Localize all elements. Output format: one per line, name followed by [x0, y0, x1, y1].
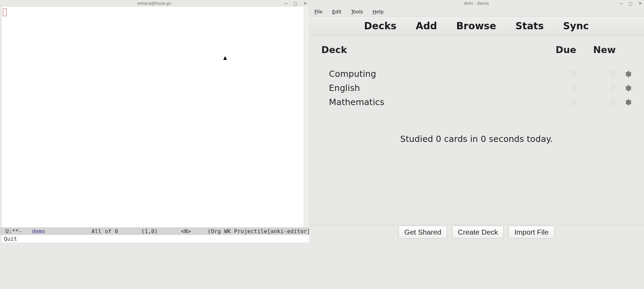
deck-row[interactable]: English 0 0 — [321, 81, 632, 95]
emacs-modeline[interactable]: U:**- demo All of 0 (1,0) <N> (Org WK Pr… — [0, 227, 309, 235]
get-shared-button[interactable]: Get Shared — [398, 226, 447, 239]
mouse-pointer-icon: ▲ — [223, 55, 227, 60]
anki-titlebar[interactable]: Anki - demo — ▢ ✕ — [309, 0, 644, 7]
anki-title: Anki - demo — [464, 1, 489, 6]
tab-sync[interactable]: Sync — [563, 20, 589, 32]
import-file-button[interactable]: Import File — [508, 226, 554, 239]
emacs-title: emacs@louie-pc — [138, 1, 172, 6]
desktop-background — [309, 242, 644, 289]
anki-bottombar: Get Shared Create Deck Import File — [309, 224, 644, 242]
menu-edit[interactable]: Edit — [332, 9, 341, 14]
deck-table-header: Deck Due New — [321, 44, 632, 61]
deck-name[interactable]: Computing — [321, 69, 538, 79]
tab-stats[interactable]: Stats — [515, 20, 544, 32]
gear-icon[interactable] — [624, 84, 632, 92]
anki-window: Anki - demo — ▢ ✕ File Edit Tools Help D… — [309, 0, 644, 289]
menu-tools-label: ools — [353, 9, 363, 14]
close-icon[interactable]: ✕ — [303, 1, 308, 6]
deck-due: 0 — [538, 83, 576, 93]
deck-due: 0 — [538, 69, 576, 79]
maximize-icon[interactable]: ▢ — [628, 1, 633, 6]
col-new-label: New — [576, 44, 616, 55]
menu-file[interactable]: File — [314, 9, 322, 14]
deck-name[interactable]: English — [321, 83, 538, 93]
modeline-status: All of 0 (1,0) <N> (Org WK Projectile[an… — [45, 228, 309, 235]
create-deck-button[interactable]: Create Deck — [452, 226, 504, 239]
minimize-icon[interactable]: — — [283, 1, 288, 6]
tab-decks[interactable]: Decks — [364, 20, 396, 32]
anki-toolbar: Decks Add Browse Stats Sync — [309, 17, 644, 35]
deck-new: 0 — [576, 69, 616, 79]
menu-tools[interactable]: Tools — [351, 9, 363, 14]
modeline-prefix: U:**- — [2, 228, 32, 235]
emacs-buffer[interactable]: ▲ — [2, 7, 304, 227]
emacs-scrollbar[interactable] — [304, 7, 309, 227]
maximize-icon[interactable]: ▢ — [293, 1, 298, 6]
tab-browse[interactable]: Browse — [456, 20, 496, 32]
echo-text: Quit — [4, 236, 17, 242]
menu-file-label: ile — [317, 9, 322, 14]
emacs-text-cursor — [3, 9, 7, 16]
menu-help[interactable]: Help — [373, 9, 384, 14]
study-summary: Studied 0 cards in 0 seconds today. — [321, 134, 632, 144]
deck-new: 0 — [576, 83, 616, 93]
col-due-label: Due — [538, 44, 576, 55]
emacs-titlebar[interactable]: emacs@louie-pc — ▢ ✕ — [0, 0, 309, 7]
col-deck-label: Deck — [321, 44, 538, 55]
anki-deck-panel: Deck Due New Computing 0 0 English 0 0 — [309, 35, 644, 224]
tab-add[interactable]: Add — [416, 20, 437, 32]
deck-list: Computing 0 0 English 0 0 Mathematics 0 … — [321, 67, 632, 109]
desktop-background — [0, 242, 309, 289]
deck-row[interactable]: Mathematics 0 0 — [321, 95, 632, 109]
gear-icon[interactable] — [624, 99, 632, 106]
deck-due: 0 — [538, 97, 576, 107]
close-icon[interactable]: ✕ — [638, 1, 643, 6]
menu-help-label: elp — [376, 9, 384, 14]
emacs-echo-area: Quit — [0, 235, 309, 242]
gear-icon[interactable] — [624, 70, 632, 78]
menu-edit-label: dit — [335, 9, 341, 14]
minimize-icon[interactable]: — — [619, 1, 623, 6]
anki-menubar: File Edit Tools Help — [309, 7, 644, 17]
deck-row[interactable]: Computing 0 0 — [321, 67, 632, 81]
deck-name[interactable]: Mathematics — [321, 97, 538, 107]
modeline-buffer-name: demo — [32, 228, 45, 235]
deck-new: 0 — [576, 97, 616, 107]
emacs-window: emacs@louie-pc — ▢ ✕ ▲ U:**- demo All of… — [0, 0, 309, 289]
